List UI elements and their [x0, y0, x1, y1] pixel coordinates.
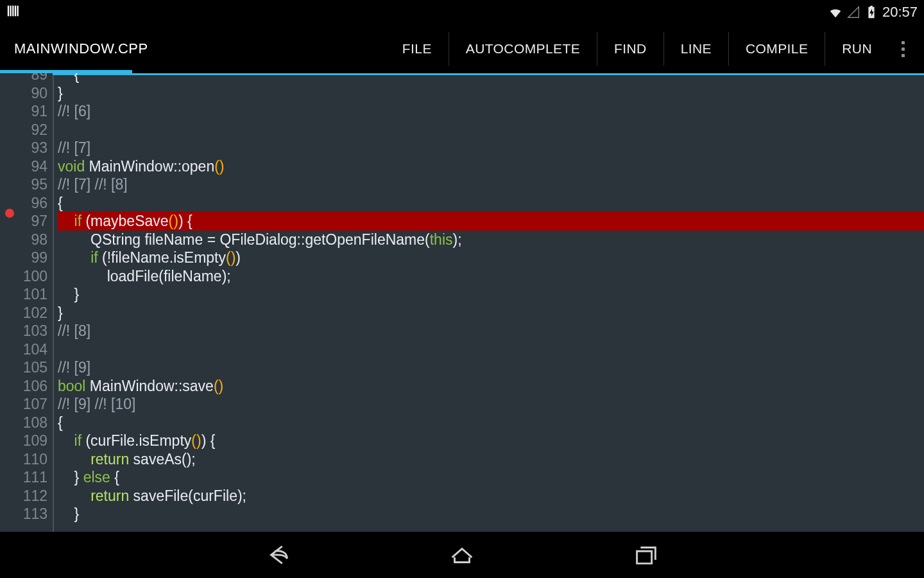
status-right-icons: 20:57	[828, 4, 918, 21]
code-line[interactable]: return saveFile(curFile);	[58, 487, 924, 505]
line-number[interactable]: 109	[0, 432, 47, 450]
line-number[interactable]: 101	[0, 285, 47, 304]
code-line[interactable]: }	[58, 285, 924, 304]
line-number[interactable]: 95	[0, 175, 47, 194]
breakpoint-marker[interactable]	[5, 209, 14, 218]
line-number[interactable]: 111	[0, 468, 47, 487]
code-line[interactable]	[58, 340, 924, 359]
nav-recent-icon[interactable]	[631, 540, 660, 570]
line-number[interactable]: 93	[0, 139, 47, 157]
code-line[interactable]	[58, 121, 924, 139]
code-line[interactable]: }	[58, 84, 924, 103]
line-number[interactable]: 104	[0, 340, 47, 359]
status-clock: 20:57	[882, 4, 918, 21]
svg-rect-2	[12, 6, 13, 17]
svg-rect-0	[8, 6, 9, 17]
code-line[interactable]: //! [8]	[58, 322, 924, 340]
menu-file[interactable]: FILE	[386, 32, 449, 66]
cell-signal-icon	[846, 5, 860, 19]
line-number[interactable]: 99	[0, 249, 47, 267]
code-line[interactable]: if (!fileName.isEmpty())	[58, 249, 924, 267]
nav-home-icon[interactable]	[447, 540, 477, 570]
code-line[interactable]: }	[58, 505, 924, 523]
action-menu: FILE AUTOCOMPLETE FIND LINE COMPILE RUN	[386, 32, 889, 66]
code-line[interactable]: //! [6]	[58, 102, 924, 121]
android-nav-bar	[0, 532, 924, 578]
line-number[interactable]: 91	[0, 102, 47, 121]
code-line[interactable]: {	[58, 73, 924, 84]
code-line[interactable]: if (maybeSave()) {	[58, 212, 924, 231]
menu-compile[interactable]: COMPILE	[728, 32, 825, 66]
line-number[interactable]: 112	[0, 487, 47, 505]
svg-rect-4	[17, 6, 19, 17]
code-line[interactable]: }	[58, 304, 924, 322]
code-line[interactable]: loadFile(fileName);	[58, 267, 924, 286]
line-number[interactable]: 92	[0, 121, 47, 139]
battery-charging-icon	[864, 5, 878, 19]
code-line[interactable]: void MainWindow::open()	[58, 157, 924, 176]
line-number[interactable]: 110	[0, 450, 47, 469]
line-number-gutter[interactable]: 8990919293949596979899100101102103104105…	[0, 73, 53, 532]
menu-autocomplete[interactable]: AUTOCOMPLETE	[449, 32, 597, 66]
line-number[interactable]: 113	[0, 505, 47, 523]
svg-rect-1	[10, 6, 12, 17]
svg-rect-3	[15, 6, 16, 17]
code-line[interactable]: //! [9]	[58, 358, 924, 377]
code-line[interactable]: if (curFile.isEmpty()) {	[58, 432, 924, 450]
code-line[interactable]: {	[58, 414, 924, 432]
menu-find[interactable]: FIND	[597, 32, 663, 66]
nav-back-icon[interactable]	[264, 540, 293, 570]
code-line[interactable]: return saveAs();	[58, 450, 924, 469]
line-number[interactable]: 105	[0, 358, 47, 377]
android-status-bar: 20:57	[0, 0, 924, 24]
line-number[interactable]: 94	[0, 157, 47, 176]
line-number[interactable]: 108	[0, 414, 47, 432]
document-title[interactable]: MAINWINDOW.CPP	[14, 40, 148, 57]
status-left-icons	[6, 4, 21, 21]
line-number[interactable]: 90	[0, 84, 47, 103]
menu-run[interactable]: RUN	[825, 32, 889, 66]
code-line[interactable]: //! [7] //! [8]	[58, 175, 924, 194]
code-area[interactable]: {}//! [6]//! [7]void MainWindow::open()/…	[54, 73, 924, 532]
menu-line[interactable]: LINE	[663, 32, 728, 66]
code-line[interactable]: bool MainWindow::save()	[58, 377, 924, 396]
code-line[interactable]: //! [7]	[58, 139, 924, 157]
line-number[interactable]: 106	[0, 377, 47, 396]
barcode-icon	[6, 4, 21, 18]
code-line[interactable]: QString fileName = QFileDialog::getOpenF…	[58, 231, 924, 249]
line-number[interactable]: 107	[0, 395, 47, 414]
line-number[interactable]: 102	[0, 304, 47, 322]
code-line[interactable]: //! [9] //! [10]	[58, 395, 924, 414]
action-bar: MAINWINDOW.CPP FILE AUTOCOMPLETE FIND LI…	[0, 24, 924, 73]
line-number[interactable]: 89	[0, 73, 47, 84]
wifi-icon	[828, 5, 843, 19]
line-number[interactable]: 100	[0, 267, 47, 286]
code-editor[interactable]: 8990919293949596979899100101102103104105…	[0, 73, 924, 532]
code-line[interactable]: } else {	[58, 468, 924, 487]
code-line[interactable]: {	[58, 194, 924, 213]
line-number[interactable]: 98	[0, 231, 47, 249]
overflow-menu-button[interactable]	[889, 41, 918, 57]
line-number[interactable]: 103	[0, 322, 47, 340]
